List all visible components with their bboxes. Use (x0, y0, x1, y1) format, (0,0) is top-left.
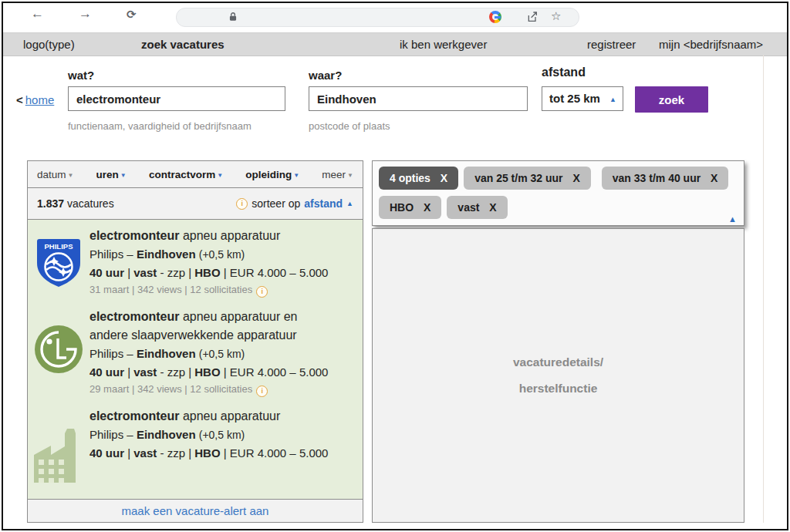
pipe-separator: | (224, 365, 227, 379)
company-logo-col (28, 407, 89, 483)
job-location: Eindhoven (137, 347, 196, 360)
where-hint: postcode of plaats (309, 120, 390, 132)
lg-logo (34, 325, 83, 374)
triangle-up-icon[interactable]: ▲ (609, 88, 616, 111)
close-icon[interactable]: X (424, 201, 430, 214)
browser-forward-icon[interactable]: → (79, 6, 92, 22)
search-button[interactable]: zoek (635, 86, 708, 113)
filter-tab-contractvorm[interactable]: contractvorm▼ (149, 169, 223, 180)
job-body: electromonteur apneu apparatuur Philips … (89, 227, 363, 298)
nav-item-registreer[interactable]: registreer (587, 33, 636, 56)
filter-tab-meer[interactable]: meer▼ (322, 169, 353, 180)
filter-tab-datum[interactable]: datum▼ (37, 169, 73, 180)
browser-reload-icon[interactable]: ⟳ (127, 8, 137, 22)
results-count-label: vacatures (67, 197, 114, 210)
job-company-line: Philips – Eindhoven (+0,5 km) (89, 426, 363, 444)
company-name: Philips (89, 247, 123, 261)
job-title[interactable]: electromonteur apneu apparatuur (89, 227, 363, 245)
close-icon[interactable]: X (489, 201, 496, 214)
details-placeholder-line1: vacaturedetails/ (513, 355, 603, 369)
chip-label: 4 opties (390, 172, 430, 184)
site-nav: logo(type) zoek vacatures ik ben werkgev… (3, 32, 787, 56)
job-hours: 40 uur (89, 365, 124, 379)
home-link[interactable]: <home (16, 93, 54, 106)
job-hours: 40 uur (89, 446, 124, 460)
nav-item-mijn-bedrijfsnaam[interactable]: mijn <bedrijfsnaam> (659, 33, 763, 56)
job-contract: vast (133, 266, 157, 279)
job-contract: vast (133, 365, 157, 379)
home-link-label[interactable]: home (25, 93, 55, 106)
where-input[interactable] (309, 86, 528, 111)
job-hours: 40 uur (89, 266, 124, 279)
job-title[interactable]: electromonteur apneu apparatuur en ander… (89, 308, 321, 345)
address-bar[interactable]: ☆ (176, 8, 579, 27)
filter-tab-uren[interactable]: uren▼ (96, 169, 127, 180)
job-listing[interactable]: PHILIPS electromonteur apneu apparatuur (28, 227, 363, 298)
chips-wrap: 4 opties X van 25 t/m 32 uur X van 33 t/… (379, 167, 738, 225)
google-icon[interactable] (489, 11, 501, 23)
sort-value-link[interactable]: afstand (304, 197, 343, 210)
bookmark-star-icon[interactable]: ☆ (551, 9, 563, 22)
job-meta: 31 maart | 342 views | 12 sollicitatiesi (89, 281, 363, 298)
filter-tab-label: datum (37, 169, 66, 180)
sort-asc-icon[interactable]: ▲ (346, 200, 353, 207)
job-location: Eindhoven (137, 247, 196, 261)
vacancy-details-panel: vacaturedetails/ herstelfunctie (372, 228, 744, 523)
job-listing[interactable]: electromonteur apneu apparatuur Philips … (28, 407, 363, 483)
job-salary: EUR 4.000 – 5.000 (230, 266, 329, 279)
results-count-text: 1.837 vacatures (37, 197, 114, 210)
nav-item-werkgever[interactable]: ik ben werkgever (400, 33, 487, 56)
company-logo-col (28, 308, 89, 397)
job-company-line: Philips – Eindhoven (+0,5 km) (89, 245, 363, 264)
job-salary: EUR 4.000 – 5.000 (230, 446, 329, 460)
vacancy-alert-link[interactable]: maak een vacature-alert aan (122, 504, 269, 517)
close-icon[interactable]: X (441, 172, 447, 184)
philips-logo: PHILIPS (36, 238, 81, 288)
job-title-keyword: electromonteur (89, 310, 179, 323)
job-education: HBO (194, 266, 220, 279)
filter-tab-label: opleiding (245, 169, 292, 180)
chip-opties[interactable]: 4 opties X (379, 167, 458, 190)
share-icon[interactable] (526, 11, 538, 23)
details-placeholder-line2: herstelfunctie (519, 382, 598, 396)
what-input[interactable] (68, 86, 285, 111)
job-distance: (+0,5 km) (199, 429, 245, 441)
info-icon[interactable]: i (256, 386, 268, 397)
chip-hbo[interactable]: HBO X (379, 196, 441, 219)
close-icon[interactable]: X (711, 172, 717, 184)
distance-dropdown[interactable]: tot 25 km ▲ (542, 86, 623, 111)
info-icon[interactable]: i (236, 198, 248, 210)
nav-logo[interactable]: logo(type) (23, 33, 75, 56)
page-frame: ← → ⟳ ☆ logo(type) zoek vacatures ik ben… (2, 2, 788, 530)
chip-25-32-uur[interactable]: van 25 t/m 32 uur X (464, 167, 591, 190)
sort-control[interactable]: i sorteer op afstand ▲ (236, 197, 353, 210)
company-name: Philips (89, 428, 123, 441)
results-panel: datum▼ uren▼ contractvorm▼ opleiding▼ me… (27, 160, 363, 523)
page-edge-divider (763, 55, 764, 523)
filter-bar: datum▼ uren▼ contractvorm▼ opleiding▼ me… (28, 161, 363, 188)
what-hint: functienaam, vaardigheid of bedrijfsnaam (68, 120, 252, 132)
browser-back-icon[interactable]: ← (31, 6, 44, 22)
job-title-keyword: electromonteur (89, 229, 179, 242)
filter-tab-label: meer (322, 169, 346, 180)
chip-vast[interactable]: vast X (447, 196, 507, 219)
job-location: Eindhoven (137, 428, 196, 441)
chip-33-40-uur[interactable]: van 33 t/m 40 uur X (602, 167, 729, 190)
dash-separator: – (127, 428, 133, 441)
job-listing[interactable]: electromonteur apneu apparatuur en ander… (28, 308, 363, 397)
job-distance: (+0,5 km) (199, 248, 245, 261)
job-conditions: 40 uur | vast - zzp | HBO | EUR 4.000 – … (89, 363, 363, 381)
job-conditions: 40 uur | vast - zzp | HBO | EUR 4.000 – … (89, 264, 363, 281)
job-meta-text: 31 maart | 342 views | 12 sollicitaties (89, 284, 252, 295)
job-contract-extra: - zzp (160, 365, 185, 379)
job-company-line: Philips – Eindhoven (+0,5 km) (89, 345, 363, 363)
filter-tab-opleiding[interactable]: opleiding▼ (245, 169, 299, 180)
triangle-down-icon: ▼ (217, 172, 223, 179)
job-title[interactable]: electromonteur apneu apparatuur (89, 407, 363, 426)
chip-label: van 25 t/m 32 uur (474, 172, 562, 184)
distance-value: tot 25 km (549, 92, 600, 105)
close-icon[interactable]: X (572, 172, 579, 184)
nav-item-zoek-vacatures[interactable]: zoek vacatures (141, 33, 225, 56)
info-icon[interactable]: i (256, 286, 268, 298)
collapse-panel-icon[interactable]: ▲ (728, 214, 737, 224)
